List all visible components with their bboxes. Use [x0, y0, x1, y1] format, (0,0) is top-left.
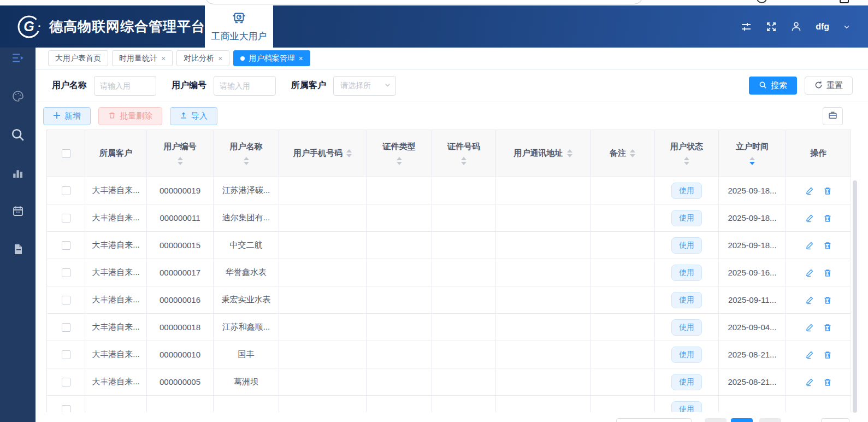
status-badge[interactable]: 使用: [671, 347, 702, 363]
delete-icon[interactable]: [823, 296, 832, 304]
tab-close-icon[interactable]: ×: [218, 55, 222, 62]
sort-carets-icon[interactable]: [630, 149, 635, 157]
tab-item[interactable]: 对比分析×: [176, 50, 229, 66]
cell-phone: [279, 314, 367, 341]
row-actions: [786, 186, 851, 195]
sort-carets-icon[interactable]: [244, 157, 249, 165]
sortable-header[interactable]: 用户编号: [147, 142, 213, 165]
sortable-header[interactable]: 证件号码: [432, 142, 495, 165]
cell-customer: 大丰港自来...: [85, 314, 147, 341]
column-header-id_no: 证件号码: [432, 130, 496, 177]
search-menu-icon[interactable]: [10, 127, 26, 142]
row-checkbox[interactable]: [62, 186, 70, 195]
delete-icon[interactable]: [823, 186, 832, 195]
nav-item-industrial-users[interactable]: 工商业大用户: [205, 5, 273, 48]
tab-item[interactable]: 时用量统计×: [112, 50, 173, 66]
current-page-button[interactable]: 1: [731, 418, 753, 422]
user-icon[interactable]: [790, 21, 802, 32]
status-badge[interactable]: 使用: [671, 401, 702, 413]
delete-icon[interactable]: [823, 268, 832, 277]
sortable-header[interactable]: 用户状态: [655, 142, 718, 165]
sort-carets-icon[interactable]: [461, 157, 467, 165]
row-checkbox[interactable]: [62, 241, 70, 250]
filter-select[interactable]: 请选择所: [333, 76, 396, 96]
delete-icon[interactable]: [823, 241, 832, 250]
cell-code: 000000010: [147, 341, 214, 368]
palette-icon[interactable]: [11, 89, 25, 103]
edit-icon[interactable]: [805, 186, 814, 195]
bar-chart-icon[interactable]: [11, 166, 25, 180]
import-button[interactable]: 导入: [170, 107, 217, 125]
edit-icon[interactable]: [805, 268, 814, 277]
select-placeholder: 请选择所: [340, 81, 371, 91]
edit-icon[interactable]: [805, 214, 814, 222]
tab-close-icon[interactable]: ×: [161, 55, 166, 62]
status-badge[interactable]: 使用: [671, 210, 702, 226]
cell-status: 使用: [655, 396, 719, 413]
search-button[interactable]: 搜索: [749, 77, 797, 95]
status-badge[interactable]: 使用: [671, 237, 702, 254]
username[interactable]: dfg: [816, 22, 829, 32]
sort-carets-icon[interactable]: [684, 157, 689, 165]
select-all-checkbox[interactable]: [62, 149, 70, 158]
sortable-header[interactable]: 证件类型: [367, 142, 432, 165]
tab-item[interactable]: 用户档案管理×: [233, 50, 310, 66]
edit-icon[interactable]: [805, 296, 814, 304]
delete-icon[interactable]: [823, 378, 832, 386]
nav-item-label: 工商业大用户: [211, 30, 267, 43]
status-badge[interactable]: 使用: [671, 319, 702, 336]
sort-carets-icon[interactable]: [346, 149, 352, 157]
sortable-header[interactable]: 用户名称: [214, 142, 279, 165]
address-bar[interactable]: [205, 0, 643, 4]
filter-input[interactable]: [94, 76, 156, 96]
edit-icon[interactable]: [805, 350, 814, 359]
sort-carets-icon[interactable]: [749, 157, 755, 165]
delete-icon[interactable]: [823, 350, 832, 359]
edit-icon[interactable]: [805, 378, 814, 386]
reset-button[interactable]: 重置: [805, 77, 853, 95]
sortable-header[interactable]: 立户时间: [719, 142, 786, 165]
sortable-header[interactable]: 用户通讯地址: [496, 148, 590, 159]
row-checkbox[interactable]: [62, 214, 70, 222]
sortable-header[interactable]: 用户手机号码: [279, 148, 366, 159]
edit-icon[interactable]: [805, 323, 814, 332]
next-page-button[interactable]: [759, 418, 781, 422]
cell-id_no: [432, 341, 496, 368]
row-checkbox[interactable]: [62, 268, 70, 277]
tab-close-icon[interactable]: ×: [298, 55, 303, 62]
sort-carets-icon[interactable]: [178, 157, 183, 165]
settings-sliders-icon[interactable]: [740, 21, 752, 33]
collapse-menu-icon[interactable]: [11, 51, 25, 65]
vertical-scrollbar[interactable]: [853, 180, 857, 413]
column-settings-button[interactable]: [823, 107, 843, 125]
cell-remark: [591, 341, 655, 368]
filter-input[interactable]: [214, 76, 276, 96]
status-badge[interactable]: 使用: [671, 183, 702, 199]
sort-carets-icon[interactable]: [567, 149, 572, 157]
tab-item[interactable]: 大用户表首页: [48, 50, 108, 66]
add-button[interactable]: 新增: [43, 107, 91, 125]
sortable-header[interactable]: 备注: [591, 148, 654, 159]
batch-delete-button[interactable]: 批量删除: [98, 107, 162, 125]
calendar-icon[interactable]: [11, 204, 25, 218]
row-checkbox[interactable]: [62, 296, 70, 304]
delete-icon[interactable]: [823, 214, 832, 222]
edit-icon[interactable]: [805, 241, 814, 250]
row-checkbox[interactable]: [62, 405, 70, 413]
row-checkbox[interactable]: [62, 350, 70, 359]
delete-icon[interactable]: [823, 323, 832, 332]
row-checkbox[interactable]: [62, 323, 70, 332]
filter-field-label: 用户编号: [172, 80, 206, 91]
prev-page-button[interactable]: [705, 418, 727, 422]
row-checkbox[interactable]: [62, 378, 70, 386]
status-badge[interactable]: 使用: [671, 374, 702, 390]
status-badge[interactable]: 使用: [671, 292, 702, 308]
page-jump-input[interactable]: [821, 418, 849, 422]
page-size-select[interactable]: [616, 418, 692, 422]
fullscreen-icon[interactable]: [766, 21, 777, 32]
sort-carets-icon[interactable]: [397, 157, 402, 165]
filter-field: 所属客户请选择所: [291, 76, 396, 96]
chevron-down-icon[interactable]: [843, 23, 851, 31]
document-icon[interactable]: [11, 242, 25, 256]
status-badge[interactable]: 使用: [671, 265, 702, 281]
